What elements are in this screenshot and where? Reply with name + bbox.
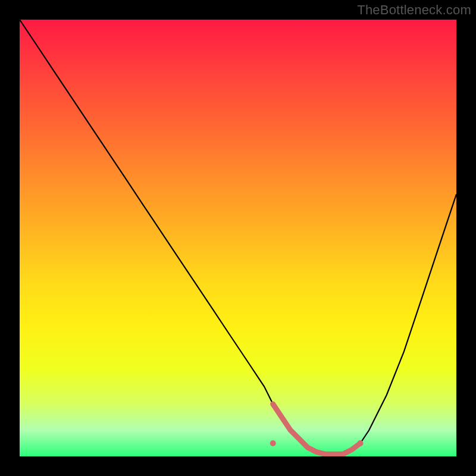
optimal-region-highlight xyxy=(273,404,361,454)
flat-region-end-marker xyxy=(358,440,364,446)
bottleneck-curve xyxy=(20,20,456,454)
chart-frame: TheBottleneck.com xyxy=(0,0,476,476)
chart-svg xyxy=(20,20,456,456)
watermark-label: TheBottleneck.com xyxy=(357,2,471,18)
flat-region-start-marker xyxy=(270,440,276,446)
